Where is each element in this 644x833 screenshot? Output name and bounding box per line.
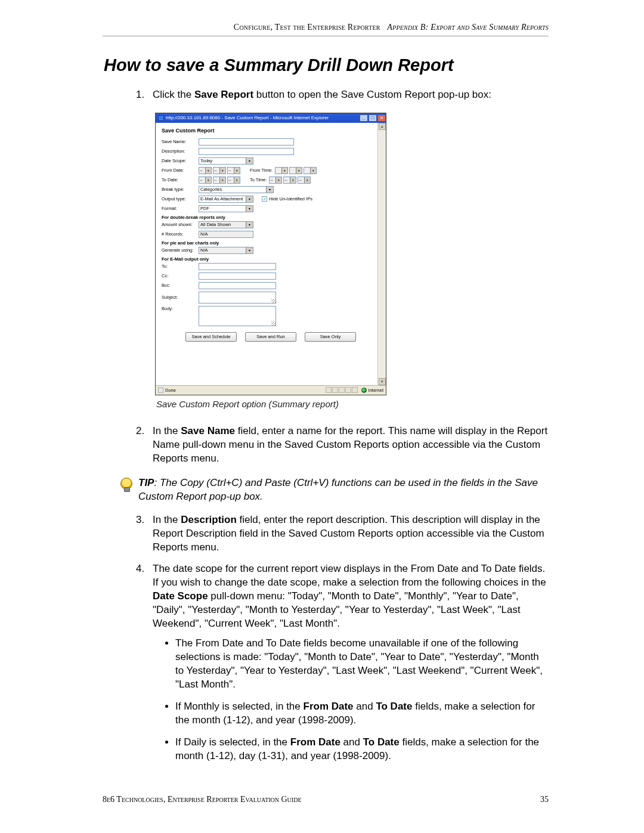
to-time-s[interactable]: --: [298, 176, 311, 184]
label-bcc: Bcc:: [162, 283, 199, 288]
bullet-item: If Monthly is selected, in the From Date…: [175, 700, 549, 727]
label-date-scope: Date Scope:: [162, 158, 199, 163]
label-save-name: Save Name:: [162, 139, 199, 144]
label-break-type: Break type:: [162, 187, 199, 192]
num-records-input[interactable]: N/A: [199, 231, 253, 238]
to-time-m[interactable]: --: [283, 176, 296, 184]
to-date-y[interactable]: --: [227, 176, 240, 184]
step-number: 2.: [136, 425, 153, 466]
tip-text: TIP: The Copy (Ctrl+C) and Paste (Ctrl+V…: [138, 476, 549, 504]
save-name-input[interactable]: [199, 138, 294, 145]
status-done-icon: [158, 388, 163, 393]
step-number: 3.: [136, 513, 153, 555]
chevron-down-icon: [266, 187, 273, 193]
section-double-break: For double-break reports only: [162, 215, 380, 220]
chevron-down-icon: [246, 196, 253, 202]
running-header-right: Appendix B: Export and Save Summary Repo…: [387, 23, 549, 32]
close-icon[interactable]: ×: [377, 114, 386, 122]
label-to: To:: [162, 264, 199, 269]
status-zone-text: Internet: [369, 388, 383, 393]
status-progress-cells: [326, 387, 358, 393]
email-bcc-input[interactable]: [199, 282, 276, 289]
vertical-scrollbar[interactable]: ▴ ▾: [377, 123, 386, 385]
from-date-m[interactable]: --: [199, 167, 212, 174]
label-output-type: Output type:: [162, 196, 199, 202]
from-date-d[interactable]: --: [213, 167, 226, 174]
output-type-select[interactable]: E-Mail As Attachment: [199, 196, 253, 203]
document-page: Configure, Test the Enterprise Reporter …: [0, 0, 644, 833]
resize-handle-icon[interactable]: [271, 299, 276, 304]
label-cc: Cc:: [162, 273, 199, 278]
label-to-time: To Time:: [250, 177, 267, 182]
generate-using-select[interactable]: N/A: [199, 247, 253, 254]
resize-handle-icon[interactable]: [271, 321, 276, 326]
step-2: 2. In the Save Name field, enter a name …: [136, 425, 549, 466]
chevron-down-icon: [246, 222, 253, 228]
status-done-text: Done: [165, 388, 176, 393]
minimize-icon[interactable]: _: [360, 114, 368, 122]
to-date-d[interactable]: --: [213, 176, 226, 184]
dialog-buttons: Save and Schedule Save and Run Save Only: [162, 332, 380, 342]
label-num-records: # Records:: [162, 231, 199, 237]
email-cc-input[interactable]: [199, 272, 276, 280]
amount-shown-select[interactable]: All Data Shown: [199, 221, 253, 228]
email-body-textarea[interactable]: [199, 306, 276, 326]
description-input[interactable]: [199, 148, 294, 155]
page-footer: 8e6 Technologies, Enterprise Reporter Ev…: [103, 795, 549, 804]
date-scope-select[interactable]: Today: [199, 157, 253, 165]
label-description: Description:: [162, 148, 199, 154]
format-select[interactable]: PDF: [199, 205, 253, 212]
save-and-run-button[interactable]: Save and Run: [245, 332, 296, 342]
to-date-m[interactable]: --: [199, 176, 212, 184]
chevron-down-icon: [246, 206, 253, 212]
screenshot-figure: http://200.10.101.89:8080 - Save Custom …: [155, 113, 386, 409]
ie-window: http://200.10.101.89:8080 - Save Custom …: [155, 113, 386, 395]
hide-ips-checkbox[interactable]: ✓Hide Un-Identified IPs: [262, 196, 312, 202]
section-pie-bar: For pie and bar charts only: [162, 240, 380, 246]
label-to-date: To Date:: [162, 177, 199, 182]
page-title: How to save a Summary Drill Down Report: [104, 55, 549, 75]
ie-titlebar: http://200.10.101.89:8080 - Save Custom …: [156, 113, 386, 123]
footer-left: 8e6 Technologies, Enterprise Reporter Ev…: [103, 795, 302, 804]
step-4-bullets: The From Date and To Date fields become …: [167, 637, 549, 763]
bullet-item: The From Date and To Date fields become …: [175, 637, 549, 692]
section-email-only: For E-Mail output only: [162, 256, 380, 262]
tip-callout: TIP: The Copy (Ctrl+C) and Paste (Ctrl+V…: [120, 476, 549, 504]
to-time-h[interactable]: --: [269, 176, 282, 184]
label-amount-shown: Amount shown:: [162, 222, 199, 227]
from-date-y[interactable]: --: [227, 167, 240, 174]
email-to-input[interactable]: [199, 263, 276, 270]
from-time-s[interactable]: [304, 167, 317, 174]
break-type-select[interactable]: Categories: [199, 186, 274, 193]
ie-app-icon: [158, 115, 164, 121]
checkbox-icon: ✓: [262, 196, 267, 202]
step-number: 4.: [136, 562, 153, 631]
scroll-down-icon[interactable]: ▾: [379, 378, 386, 385]
bullet-item: If Daily is selected, in the From Date a…: [175, 736, 549, 763]
label-subject: Subject:: [162, 295, 199, 300]
label-generate-using: Generate using:: [162, 247, 199, 253]
window-controls: _ □ ×: [359, 114, 386, 122]
step-body: The date scope for the current report vi…: [153, 562, 549, 631]
lightbulb-icon: [120, 478, 132, 490]
internet-zone-icon: [361, 388, 367, 393]
chevron-down-icon: [246, 247, 253, 253]
dialog-title: Save Custom Report: [162, 128, 380, 134]
label-format: Format:: [162, 206, 199, 211]
from-time-m[interactable]: [289, 167, 302, 174]
page-number: 35: [540, 795, 549, 804]
step-3: 3. In the Description field, enter the r…: [136, 513, 549, 555]
step-1: 1. Click the Save Report button to open …: [136, 88, 549, 102]
figure-caption: Save Custom Report option (Summary repor…: [156, 399, 386, 409]
ie-status-bar: Done Internet: [156, 385, 386, 395]
save-and-schedule-button[interactable]: Save and Schedule: [185, 332, 237, 342]
header-rule: [103, 36, 549, 36]
scroll-up-icon[interactable]: ▴: [379, 123, 386, 130]
from-time-h[interactable]: [275, 167, 288, 174]
email-subject-input[interactable]: [199, 292, 276, 304]
maximize-icon[interactable]: □: [369, 114, 377, 122]
save-only-button[interactable]: Save Only: [305, 332, 356, 342]
step-body: Click the Save Report button to open the…: [153, 88, 549, 102]
step-body: In the Save Name field, enter a name for…: [153, 425, 549, 466]
running-header: Configure, Test the Enterprise Reporter …: [103, 23, 549, 32]
